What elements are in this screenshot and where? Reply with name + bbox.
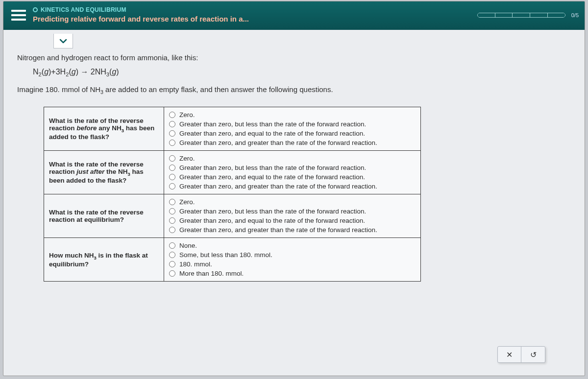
reset-button[interactable]: ↺ (521, 347, 545, 362)
menu-icon[interactable] (11, 7, 26, 21)
option-row[interactable]: More than 180. mmol. (169, 269, 416, 278)
radio-icon[interactable] (169, 208, 175, 214)
content: Nitrogen and hydrogen react to form ammo… (3, 30, 585, 282)
question-options: None.Some, but less than 180. mmol.180. … (164, 238, 421, 282)
option-row[interactable]: Zero. (169, 110, 416, 119)
question-options: Zero.Greater than zero, but less than th… (164, 107, 421, 151)
option-label: Some, but less than 180. mmol. (179, 251, 272, 259)
option-label: More than 180. mmol. (179, 270, 244, 277)
option-row[interactable]: Greater than zero, but less than the rat… (169, 163, 416, 172)
question-options: Zero.Greater than zero, but less than th… (164, 151, 421, 194)
option-row[interactable]: Zero. (169, 197, 416, 207)
option-row[interactable]: Greater than zero, and equal to the rate… (169, 172, 416, 182)
clear-button[interactable]: ✕ (498, 347, 521, 362)
option-row[interactable]: Greater than zero, and greater than the … (169, 182, 416, 191)
option-label: Zero. (179, 155, 195, 162)
option-label: Greater than zero, but less than the rat… (179, 208, 366, 215)
prompt-line-1: Nitrogen and hydrogen react to form ammo… (17, 53, 571, 62)
radio-icon[interactable] (169, 270, 175, 277)
option-row[interactable]: Some, but less than 180. mmol. (169, 250, 416, 260)
radio-icon[interactable] (169, 217, 175, 224)
radio-icon[interactable] (169, 183, 175, 190)
progress-bar (477, 13, 565, 18)
radio-icon[interactable] (169, 199, 175, 205)
category-icon (33, 7, 38, 12)
progress-text: 0/5 (571, 12, 579, 18)
option-label: Zero. (179, 198, 195, 206)
option-row[interactable]: Greater than zero, and equal to the rate… (169, 216, 416, 225)
radio-icon[interactable] (169, 130, 175, 137)
question-table: What is the rate of the reverse reaction… (44, 107, 421, 282)
radio-icon[interactable] (169, 261, 175, 267)
option-label: Greater than zero, but less than the rat… (179, 120, 366, 128)
option-label: 180. mmol. (179, 261, 212, 268)
expand-toggle[interactable] (53, 34, 73, 48)
question-text: What is the rate of the reverse reaction… (44, 107, 164, 151)
progress-area: 0/5 (477, 12, 579, 18)
option-label: Greater than zero, and greater than the … (179, 183, 377, 190)
option-row[interactable]: None. (169, 241, 416, 250)
question-options: Zero.Greater than zero, but less than th… (164, 194, 421, 238)
option-label: Greater than zero, and equal to the rate… (179, 130, 365, 137)
option-row[interactable]: Greater than zero, but less than the rat… (169, 119, 416, 129)
header: KINETICS AND EQUILIBRIUM Predicting rela… (3, 1, 585, 30)
radio-icon[interactable] (169, 242, 175, 249)
category-text: KINETICS AND EQUILIBRIUM (41, 6, 126, 13)
option-label: Greater than zero, and greater than the … (179, 226, 377, 234)
action-bar: ✕ ↺ (497, 346, 545, 363)
question-text: What is the rate of the reverse reaction… (44, 194, 164, 238)
radio-icon[interactable] (169, 252, 175, 258)
question-text: What is the rate of the reverse reaction… (44, 151, 164, 194)
option-label: Greater than zero, and equal to the rate… (179, 173, 365, 181)
option-label: Greater than zero, but less than the rat… (179, 164, 366, 171)
option-label: Greater than zero, and equal to the rate… (179, 217, 365, 224)
option-row[interactable]: Greater than zero, and greater than the … (169, 138, 416, 147)
option-row[interactable]: Zero. (169, 154, 416, 163)
option-label: Zero. (179, 111, 195, 118)
option-label: Greater than zero, and greater than the … (179, 139, 377, 146)
option-row[interactable]: Greater than zero, and greater than the … (169, 225, 416, 235)
reaction-equation: N2(g)+3H2(g) → 2NH3(g) (33, 68, 571, 77)
option-row[interactable]: 180. mmol. (169, 260, 416, 269)
radio-icon[interactable] (169, 155, 175, 162)
radio-icon[interactable] (169, 121, 175, 127)
radio-icon[interactable] (169, 227, 175, 233)
radio-icon[interactable] (169, 174, 175, 180)
prompt-line-2: Imagine 180. mmol of NH3 are added to an… (17, 85, 571, 95)
chevron-down-icon (59, 39, 67, 44)
question-text: How much NH3 is in the flask at equilibr… (44, 238, 164, 282)
radio-icon[interactable] (169, 112, 175, 118)
option-label: None. (179, 242, 197, 249)
radio-icon[interactable] (169, 165, 175, 171)
radio-icon[interactable] (169, 140, 175, 146)
option-row[interactable]: Greater than zero, but less than the rat… (169, 207, 416, 216)
option-row[interactable]: Greater than zero, and equal to the rate… (169, 129, 416, 138)
